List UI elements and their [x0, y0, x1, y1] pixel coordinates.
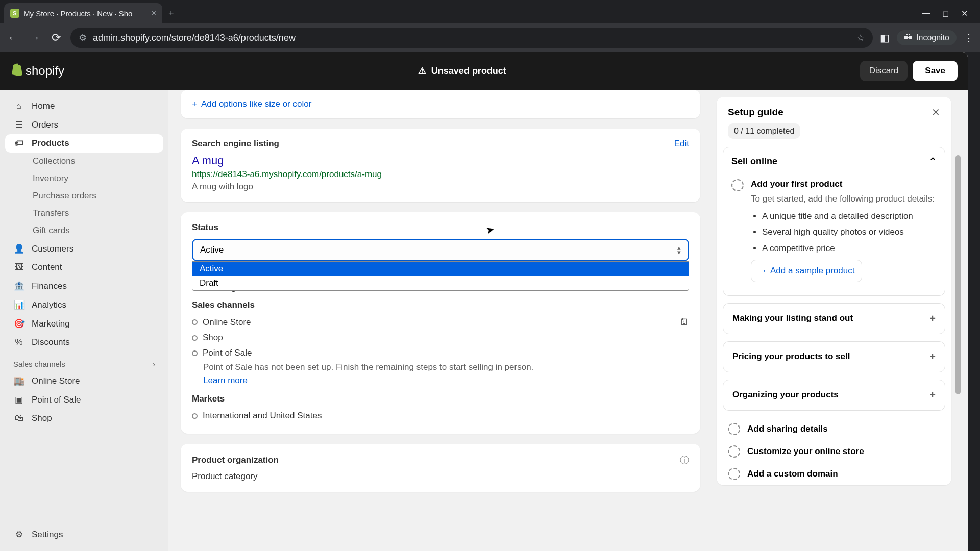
back-button[interactable]: ←: [6, 31, 20, 44]
bookmark-star-icon[interactable]: ☆: [856, 32, 865, 43]
app-header: shopify ⚠ Unsaved product Discard Save: [0, 52, 968, 90]
nav-gift-cards[interactable]: Gift cards: [5, 222, 163, 239]
scrollbar-thumb[interactable]: [955, 155, 961, 394]
tab-title: My Store · Products · New · Sho: [23, 9, 148, 18]
nav-home[interactable]: ⌂Home: [5, 97, 163, 115]
shopify-favicon-icon: S: [10, 9, 19, 18]
main-content: + Add options like size or color Search …: [168, 90, 713, 551]
content-icon: 🖼: [13, 262, 24, 272]
browser-tab[interactable]: S My Store · Products · New · Sho ×: [4, 3, 162, 23]
chevron-right-icon: ›: [153, 360, 155, 368]
warning-icon: ⚠: [418, 65, 426, 77]
product-org-card: Product organization ⓘ Product category: [181, 444, 700, 492]
nav-pos[interactable]: ▣Point of Sale: [5, 390, 163, 409]
home-icon: ⌂: [13, 101, 24, 111]
seo-preview-description: A mug with logo: [192, 182, 689, 192]
task-status-icon: [728, 445, 740, 458]
status-option-active[interactable]: Active: [192, 262, 689, 276]
task-customize-store[interactable]: Customize your online store: [717, 440, 951, 463]
status-select[interactable]: Active ▴▾: [192, 239, 689, 261]
incognito-badge[interactable]: 🕶 Incognito: [897, 30, 957, 45]
nav-orders[interactable]: ☰Orders: [5, 115, 163, 134]
channel-status-icon: [192, 413, 198, 419]
nav-shop[interactable]: 🛍Shop: [5, 409, 163, 428]
side-panel-icon[interactable]: ◧: [880, 32, 890, 44]
store-icon: 🏬: [13, 375, 24, 386]
window-controls: — ◻ ✕: [922, 9, 976, 18]
channel-shop: Shop: [192, 330, 689, 345]
setup-scrollbar[interactable]: [955, 155, 962, 541]
close-tab-icon[interactable]: ×: [152, 9, 156, 18]
add-options-link[interactable]: + Add options like size or color: [192, 96, 689, 112]
nav-finances[interactable]: 🏦Finances: [5, 277, 163, 295]
shop-icon: 🛍: [13, 413, 24, 423]
info-icon[interactable]: ⓘ: [680, 454, 689, 466]
status-selected-value: Active: [200, 245, 224, 255]
app-body: ⌂Home ☰Orders 🏷Products Collections Inve…: [0, 90, 968, 551]
shopify-logo[interactable]: shopify: [10, 63, 64, 79]
browser-menu-icon[interactable]: ⋮: [964, 32, 974, 44]
section-pricing[interactable]: Pricing your products to sell +: [723, 341, 945, 372]
nav-transfers[interactable]: Transfers: [5, 205, 163, 222]
marketing-icon: 🎯: [13, 318, 24, 329]
section-organizing[interactable]: Organizing your products +: [723, 380, 945, 411]
plus-icon: +: [192, 99, 197, 109]
add-sample-product-button[interactable]: → Add a sample product: [751, 260, 862, 282]
site-settings-icon[interactable]: ⚙: [79, 32, 87, 43]
new-tab-button[interactable]: +: [168, 8, 174, 19]
sell-online-header[interactable]: Sell online ⌃: [731, 156, 937, 167]
minimize-icon[interactable]: —: [922, 9, 930, 18]
analytics-icon: 📊: [13, 299, 24, 310]
seo-section-title: Search engine listing: [192, 139, 279, 149]
close-window-icon[interactable]: ✕: [961, 9, 968, 18]
save-button[interactable]: Save: [913, 61, 958, 81]
channel-online-store: Online Store 🗓: [192, 314, 689, 330]
nav-content[interactable]: 🖼Content: [5, 258, 163, 277]
finances-icon: 🏦: [13, 281, 24, 291]
nav-collections[interactable]: Collections: [5, 153, 163, 170]
task-status-icon: [731, 179, 744, 191]
nav-marketing[interactable]: 🎯Marketing: [5, 314, 163, 333]
seo-preview-title: A mug: [192, 154, 689, 167]
discounts-icon: %: [13, 337, 24, 347]
section-stand-out[interactable]: Making your listing stand out +: [723, 303, 945, 334]
channel-status-icon: [192, 335, 198, 341]
status-option-draft[interactable]: Draft: [192, 276, 689, 290]
task-add-first-product[interactable]: Add your first product To get started, a…: [731, 174, 937, 287]
setup-close-icon[interactable]: ✕: [932, 106, 940, 118]
task-title: Add your first product: [751, 179, 937, 189]
nav-inventory[interactable]: Inventory: [5, 170, 163, 187]
shopify-bag-icon: [10, 63, 22, 79]
expand-icon: +: [929, 389, 936, 401]
status-card: Status Active ▴▾ Active Draft Publishing…: [181, 212, 700, 434]
sales-channels-header[interactable]: Sales channels›: [5, 352, 163, 371]
incognito-icon: 🕶: [904, 33, 912, 42]
markets-label: Markets: [192, 394, 689, 404]
seo-card: Search engine listing Edit A mug https:/…: [181, 129, 700, 202]
task-custom-domain[interactable]: Add a custom domain: [717, 463, 951, 485]
url-bar[interactable]: ⚙ admin.shopify.com/store/de8143-a6/prod…: [70, 28, 873, 48]
nav-purchase-orders[interactable]: Purchase orders: [5, 187, 163, 205]
nav-settings[interactable]: ⚙Settings: [5, 525, 163, 544]
nav-customers[interactable]: 👤Customers: [5, 239, 163, 258]
pos-learn-more-link[interactable]: Learn more: [203, 375, 248, 385]
nav-analytics[interactable]: 📊Analytics: [5, 295, 163, 314]
maximize-icon[interactable]: ◻: [942, 9, 949, 18]
setup-progress: 0 / 11 completed: [728, 123, 800, 139]
reload-button[interactable]: ⟳: [49, 31, 63, 44]
products-icon: 🏷: [13, 138, 24, 148]
pos-icon: ▣: [13, 394, 24, 405]
channel-status-icon: [192, 350, 198, 356]
nav-online-store[interactable]: 🏬Online Store: [5, 371, 163, 390]
sidebar: ⌂Home ☰Orders 🏷Products Collections Inve…: [0, 90, 168, 551]
forward-button[interactable]: →: [28, 31, 42, 44]
browser-toolbar: ← → ⟳ ⚙ admin.shopify.com/store/de8143-a…: [0, 23, 980, 52]
seo-edit-link[interactable]: Edit: [674, 139, 689, 149]
discard-button[interactable]: Discard: [860, 61, 908, 81]
sales-channels-label: Sales channels: [192, 300, 689, 310]
nav-discounts[interactable]: %Discounts: [5, 333, 163, 352]
arrow-right-icon: →: [758, 264, 767, 278]
task-sharing-details[interactable]: Add sharing details: [717, 418, 951, 440]
nav-products[interactable]: 🏷Products: [5, 134, 163, 153]
schedule-icon[interactable]: 🗓: [680, 317, 689, 328]
